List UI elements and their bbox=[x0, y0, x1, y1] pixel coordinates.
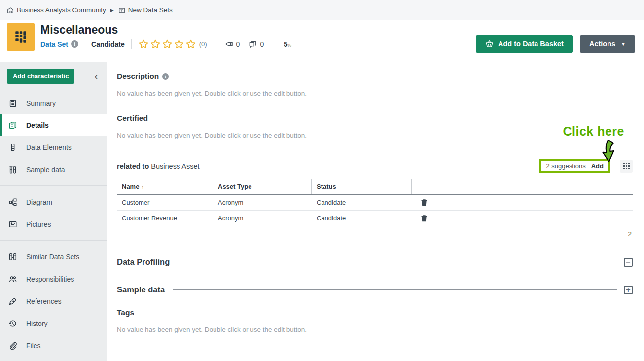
grid-icon bbox=[623, 163, 630, 169]
sidebar-item-details[interactable]: Details bbox=[0, 114, 107, 136]
sidebar: Add characteristic ‹ Summary Details Dat… bbox=[0, 62, 107, 361]
table-total-count: 2 bbox=[117, 230, 633, 238]
sidebar-item-similar-data-sets[interactable]: Similar Data Sets bbox=[0, 246, 107, 268]
related-title: related to Business Asset bbox=[117, 162, 200, 170]
suggestions-link[interactable]: 2 suggestions bbox=[546, 162, 585, 170]
sidebar-item-label: Sample data bbox=[26, 166, 65, 174]
info-icon[interactable]: i bbox=[162, 73, 169, 80]
breadcrumb-domain-link[interactable]: New Data Sets bbox=[118, 6, 173, 14]
column-header-asset-type[interactable]: Asset Type bbox=[213, 179, 312, 194]
column-header-name[interactable]: Name↑ bbox=[117, 179, 213, 194]
rating-stars[interactable] bbox=[138, 39, 196, 49]
sidebar-item-label: Similar Data Sets bbox=[26, 253, 79, 261]
cell-asset-type: Acronym bbox=[213, 211, 312, 226]
trash-icon bbox=[421, 215, 428, 222]
cell-name[interactable]: Customer bbox=[117, 195, 213, 210]
related-title-type: Business Asset bbox=[151, 162, 199, 170]
certified-heading: Certified bbox=[117, 114, 633, 123]
trash-icon bbox=[421, 199, 428, 206]
tags-count-value: 0 bbox=[236, 40, 240, 48]
clipboard-icon bbox=[8, 99, 18, 108]
completeness-progress: 5% bbox=[284, 40, 291, 48]
related-section: related to Business Asset 2 suggestions … bbox=[117, 159, 633, 238]
sidebar-item-sample-data[interactable]: Sample data bbox=[0, 158, 107, 180]
add-characteristic-button[interactable]: Add characteristic bbox=[7, 69, 74, 84]
collapse-sidebar-icon[interactable]: ‹ bbox=[93, 72, 100, 81]
sidebar-item-diagram[interactable]: Diagram bbox=[0, 191, 107, 213]
sidebar-item-label: Responsibilities bbox=[26, 275, 74, 283]
data-profiling-section: Data Profiling − bbox=[117, 257, 633, 267]
asset-status-line: Data Set i Candidate (0) 0 0 bbox=[40, 39, 476, 49]
comments-count[interactable]: 0 bbox=[249, 40, 264, 48]
progress-fill bbox=[292, 44, 296, 47]
star-icon[interactable] bbox=[162, 39, 173, 49]
delete-row-button[interactable] bbox=[412, 195, 633, 210]
suggestions-highlight-box: 2 suggestions Add bbox=[539, 159, 610, 173]
domain-icon bbox=[118, 7, 125, 14]
certified-title: Certified bbox=[117, 114, 148, 123]
breadcrumb-caret-icon: ▶ bbox=[110, 8, 114, 13]
sidebar-item-references[interactable]: References bbox=[0, 290, 107, 312]
sidebar-item-label: References bbox=[26, 297, 62, 305]
minus-box-icon[interactable]: − bbox=[624, 258, 633, 267]
basket-icon bbox=[485, 40, 494, 48]
star-icon[interactable] bbox=[138, 39, 149, 49]
info-icon[interactable]: i bbox=[71, 40, 78, 48]
breadcrumb-community-link[interactable]: Business Analysts Community bbox=[7, 6, 106, 14]
sample-data-section: Sample data + bbox=[117, 285, 633, 294]
delete-row-button[interactable] bbox=[412, 211, 633, 226]
column-icon bbox=[8, 143, 18, 152]
sidebar-item-responsibilities[interactable]: Responsibilities bbox=[0, 268, 107, 290]
cell-status: Candidate bbox=[312, 195, 412, 210]
plus-box-icon[interactable]: + bbox=[624, 286, 633, 294]
sidebar-item-label: Details bbox=[26, 121, 49, 129]
table-view-options-button[interactable] bbox=[620, 160, 633, 173]
suggestions-add-button[interactable]: Add bbox=[591, 162, 604, 170]
star-icon[interactable] bbox=[150, 39, 161, 49]
progress-label: 5% bbox=[284, 40, 291, 48]
pages-icon bbox=[8, 121, 18, 130]
breadcrumb-community-label: Business Analysts Community bbox=[17, 6, 106, 14]
sidebar-menu: Summary Details Data Elements Sample dat… bbox=[0, 92, 107, 357]
cell-name[interactable]: Customer Revenue bbox=[117, 211, 213, 226]
sidebar-item-label: Diagram bbox=[26, 198, 52, 206]
description-empty-value[interactable]: No value has been given yet. Double clic… bbox=[117, 90, 633, 97]
actions-label: Actions bbox=[589, 40, 615, 48]
asset-type-link[interactable]: Data Set bbox=[40, 40, 68, 48]
section-rule bbox=[178, 262, 617, 262]
breadcrumb-domain-label: New Data Sets bbox=[128, 6, 173, 14]
sidebar-divider bbox=[0, 185, 107, 186]
sample-data-title: Sample data bbox=[117, 285, 165, 294]
header-actions: Add to Data Basket Actions ▼ bbox=[476, 35, 635, 53]
main-content: Description i No value has been given ye… bbox=[107, 62, 644, 361]
section-rule bbox=[173, 289, 617, 290]
add-to-data-basket-button[interactable]: Add to Data Basket bbox=[476, 35, 573, 53]
similar-columns-icon bbox=[8, 253, 18, 261]
star-icon[interactable] bbox=[185, 39, 196, 49]
sample-columns-icon bbox=[8, 165, 18, 174]
certified-empty-value[interactable]: No value has been given yet. Double clic… bbox=[117, 132, 633, 139]
table-header-row: Name↑ Asset Type Status bbox=[117, 179, 633, 195]
star-icon[interactable] bbox=[174, 39, 184, 49]
picture-icon bbox=[8, 220, 18, 229]
tags-empty-value[interactable]: No value has been given yet. Double clic… bbox=[117, 326, 633, 333]
tags-heading: Tags bbox=[117, 308, 633, 317]
separator bbox=[275, 39, 275, 49]
caret-down-icon: ▼ bbox=[621, 41, 626, 47]
column-header-status[interactable]: Status bbox=[312, 179, 412, 194]
sidebar-item-pictures[interactable]: Pictures bbox=[0, 213, 107, 235]
asset-header: Miscellaneous Data Set i Candidate (0) 0… bbox=[0, 20, 644, 62]
column-header-actions bbox=[412, 183, 633, 191]
sidebar-item-summary[interactable]: Summary bbox=[0, 92, 107, 114]
sidebar-item-history[interactable]: History bbox=[0, 312, 107, 334]
people-icon bbox=[8, 275, 18, 284]
tags-count[interactable]: 0 bbox=[225, 40, 240, 48]
page-title: Miscellaneous bbox=[40, 23, 476, 36]
data-profiling-title: Data Profiling bbox=[117, 257, 170, 267]
actions-button[interactable]: Actions ▼ bbox=[580, 35, 635, 53]
sidebar-item-data-elements[interactable]: Data Elements bbox=[0, 136, 107, 158]
separator bbox=[131, 39, 132, 49]
sidebar-item-files[interactable]: Files bbox=[0, 334, 107, 357]
community-icon bbox=[7, 7, 14, 14]
history-clock-icon bbox=[8, 319, 18, 328]
